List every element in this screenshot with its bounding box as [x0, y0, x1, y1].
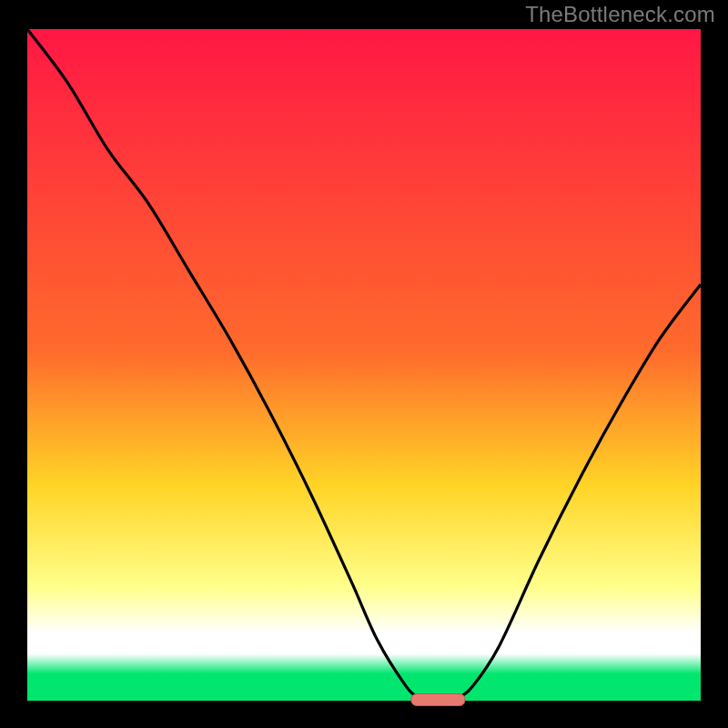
chart-frame: TheBottleneck.com	[0, 0, 728, 728]
bottleneck-plot	[0, 0, 728, 728]
optimal-range-pill	[411, 694, 465, 706]
plot-area	[27, 29, 701, 701]
watermark-label: TheBottleneck.com	[525, 2, 715, 27]
